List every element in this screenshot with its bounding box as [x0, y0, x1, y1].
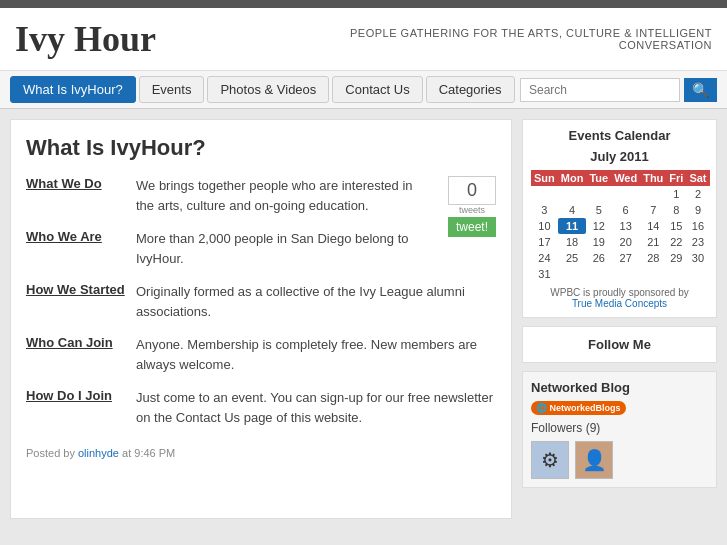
- cal-day[interactable]: 11: [558, 218, 587, 234]
- cal-day[interactable]: 27: [611, 250, 640, 266]
- cal-day[interactable]: 19: [586, 234, 611, 250]
- cal-header-mon: Mon: [558, 170, 587, 186]
- content-wrapper: What Is IvyHour? 0 tweets tweet! What We…: [0, 109, 727, 529]
- calendar-sponsor: WPBC is proudly sponsored by True Media …: [531, 287, 708, 309]
- follow-me-box: Follow Me: [522, 326, 717, 363]
- networked-blog-title: Networked Blog: [531, 380, 708, 395]
- calendar: July 2011 Sun Mon Tue Wed Thu Fri Sat: [531, 149, 708, 309]
- cal-day[interactable]: 10: [531, 218, 558, 234]
- tab-photos-videos[interactable]: Photos & Videos: [207, 76, 329, 103]
- cal-day[interactable]: 18: [558, 234, 587, 250]
- posted-by-label: Posted by: [26, 447, 75, 459]
- calendar-table: Sun Mon Tue Wed Thu Fri Sat 123456789101…: [531, 170, 710, 282]
- nav-tabs: What Is IvyHour? Events Photos & Videos …: [10, 76, 515, 103]
- cal-day[interactable]: 4: [558, 202, 587, 218]
- text-who-we-are: More than 2,000 people in San Diego belo…: [136, 229, 433, 268]
- header: Ivy Hour PEOPLE GATHERING FOR THE ARTS, …: [0, 8, 727, 71]
- cal-day: [640, 266, 666, 282]
- page-title: What Is IvyHour?: [26, 135, 496, 161]
- cal-day[interactable]: 7: [640, 202, 666, 218]
- cal-day[interactable]: 24: [531, 250, 558, 266]
- cal-day[interactable]: 15: [666, 218, 686, 234]
- cal-day: [666, 266, 686, 282]
- cal-day[interactable]: 13: [611, 218, 640, 234]
- site-title: Ivy Hour: [15, 18, 156, 60]
- tab-categories[interactable]: Categories: [426, 76, 515, 103]
- nb-followers: Followers (9): [531, 421, 708, 435]
- sidebar: Events Calendar July 2011 Sun Mon Tue We…: [522, 119, 717, 519]
- cal-day[interactable]: 22: [666, 234, 686, 250]
- top-bar: [0, 0, 727, 8]
- cal-header-tue: Tue: [586, 170, 611, 186]
- cal-day[interactable]: 14: [640, 218, 666, 234]
- calendar-title: Events Calendar: [531, 128, 708, 143]
- cal-header-thu: Thu: [640, 170, 666, 186]
- post-meta: Posted by olinhyde at 9:46 PM: [26, 447, 496, 459]
- cal-day[interactable]: 8: [666, 202, 686, 218]
- cal-day[interactable]: 20: [611, 234, 640, 250]
- cal-day[interactable]: 12: [586, 218, 611, 234]
- cal-day[interactable]: 1: [666, 186, 686, 202]
- info-row-how-we-started: How We Started Originally formed as a co…: [26, 282, 496, 321]
- tagline: PEOPLE GATHERING FOR THE ARTS, CULTURE &…: [312, 27, 712, 51]
- info-row-who-can-join: Who Can Join Anyone. Membership is compl…: [26, 335, 496, 374]
- cal-day: [686, 266, 709, 282]
- info-row-who-we-are: Who We Are More than 2,000 people in San…: [26, 229, 433, 268]
- cal-day[interactable]: 16: [686, 218, 709, 234]
- cal-header-wed: Wed: [611, 170, 640, 186]
- cal-day[interactable]: 3: [531, 202, 558, 218]
- cal-day[interactable]: 17: [531, 234, 558, 250]
- text-what-we-do: We brings together people who are intere…: [136, 176, 433, 215]
- cal-day: [586, 266, 611, 282]
- cal-day[interactable]: 9: [686, 202, 709, 218]
- cal-day[interactable]: 28: [640, 250, 666, 266]
- cal-day[interactable]: 21: [640, 234, 666, 250]
- cal-day: [558, 266, 587, 282]
- cal-day[interactable]: 23: [686, 234, 709, 250]
- sponsor-link[interactable]: True Media Concepts: [572, 298, 667, 309]
- calendar-box: Events Calendar July 2011 Sun Mon Tue We…: [522, 119, 717, 318]
- label-who-we-are: Who We Are: [26, 229, 136, 244]
- text-who-can-join: Anyone. Membership is completely free. N…: [136, 335, 496, 374]
- cal-day: [586, 186, 611, 202]
- cal-header-sun: Sun: [531, 170, 558, 186]
- tweet-widget: 0 tweets tweet!: [448, 176, 496, 237]
- cal-day: [611, 186, 640, 202]
- label-what-we-do: What We Do: [26, 176, 136, 191]
- nb-logo: 🌐 NetworkedBlogs: [531, 401, 626, 415]
- cal-day[interactable]: 30: [686, 250, 709, 266]
- cal-day[interactable]: 6: [611, 202, 640, 218]
- cal-day[interactable]: 26: [586, 250, 611, 266]
- post-time: at 9:46 PM: [122, 447, 175, 459]
- cal-day[interactable]: 25: [558, 250, 587, 266]
- cal-header-fri: Fri: [666, 170, 686, 186]
- search-button[interactable]: 🔍: [684, 78, 717, 102]
- info-row-what-we-do: What We Do We brings together people who…: [26, 176, 433, 215]
- calendar-month: July 2011: [531, 149, 708, 164]
- main-content: What Is IvyHour? 0 tweets tweet! What We…: [10, 119, 512, 519]
- label-how-do-i-join: How Do I Join: [26, 388, 136, 403]
- cal-day: [640, 186, 666, 202]
- avatar-2: 👤: [575, 441, 613, 479]
- text-how-do-i-join: Just come to an event. You can sign-up f…: [136, 388, 496, 427]
- search-input[interactable]: [520, 78, 680, 102]
- cal-day[interactable]: 5: [586, 202, 611, 218]
- nav-bar: What Is IvyHour? Events Photos & Videos …: [0, 71, 727, 109]
- tweet-button[interactable]: tweet!: [448, 217, 496, 237]
- cal-day: [558, 186, 587, 202]
- tab-what-is-ivyhour[interactable]: What Is IvyHour?: [10, 76, 136, 103]
- post-author-link[interactable]: olinhyde: [78, 447, 119, 459]
- tab-events[interactable]: Events: [139, 76, 205, 103]
- sponsor-text: WPBC is proudly sponsored by: [550, 287, 688, 298]
- networked-blog-box: Networked Blog 🌐 NetworkedBlogs Follower…: [522, 371, 717, 488]
- search-area: 🔍: [520, 78, 717, 102]
- cal-day[interactable]: 2: [686, 186, 709, 202]
- avatar-1: ⚙: [531, 441, 569, 479]
- cal-day: [531, 186, 558, 202]
- info-row-how-do-i-join: How Do I Join Just come to an event. You…: [26, 388, 496, 427]
- nb-header: 🌐 NetworkedBlogs: [531, 401, 708, 415]
- cal-day[interactable]: 31: [531, 266, 558, 282]
- cal-day[interactable]: 29: [666, 250, 686, 266]
- cal-day: [611, 266, 640, 282]
- tab-contact-us[interactable]: Contact Us: [332, 76, 422, 103]
